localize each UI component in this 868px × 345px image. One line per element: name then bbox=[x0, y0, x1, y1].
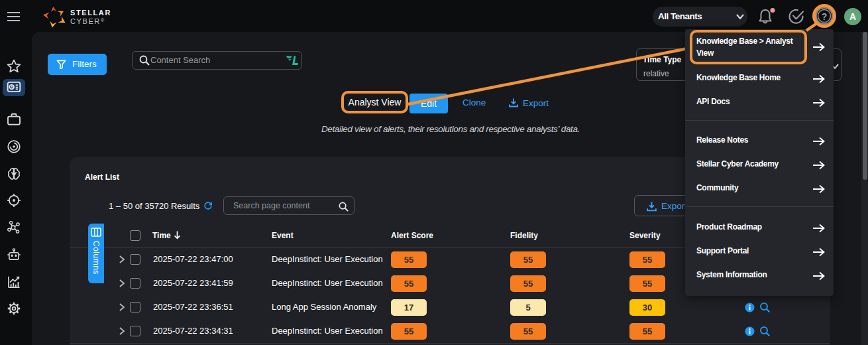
svg-text:?: ? bbox=[822, 11, 828, 22]
